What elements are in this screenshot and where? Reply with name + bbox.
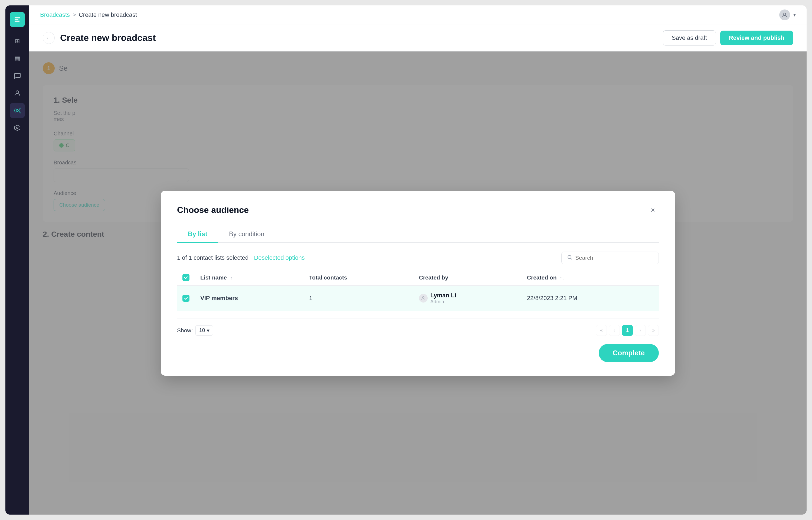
sidebar-item-integrations[interactable]	[10, 120, 25, 135]
svg-point-4	[784, 13, 786, 15]
sort-both-icon[interactable]: ↑↓	[560, 276, 564, 281]
cell-total-contacts: 1	[304, 286, 414, 311]
app-logo	[10, 12, 25, 27]
sort-asc-icon[interactable]: ↑	[230, 276, 232, 281]
header-actions: Save as draft Review and publish	[663, 30, 793, 46]
tab-by-list[interactable]: By list	[177, 226, 218, 243]
topbar-right: ▾	[779, 9, 796, 20]
svg-point-1	[16, 91, 19, 94]
modal-footer: Complete	[177, 344, 659, 362]
selected-info: 1 of 1 contact lists selected Deselected…	[177, 254, 305, 261]
page-title-row: ← Create new broadcast	[43, 32, 156, 44]
next-page-button[interactable]: ›	[635, 325, 646, 336]
user-dropdown-icon[interactable]: ▾	[793, 12, 796, 18]
first-page-button[interactable]: «	[596, 325, 607, 336]
main-area: Broadcasts > Create new broadcast ▾ ← Cr…	[29, 5, 807, 515]
show-dropdown[interactable]: 10 ▾	[195, 325, 213, 336]
pagination-nav: « ‹ 1 › »	[596, 325, 659, 336]
review-publish-button[interactable]: Review and publish	[720, 31, 793, 45]
sidebar-item-dashboard[interactable]: ⊞	[10, 33, 25, 49]
dropdown-chevron-icon: ▾	[207, 327, 209, 334]
user-role: Admin	[430, 299, 456, 305]
page-header: ← Create new broadcast Save as draft Rev…	[29, 24, 807, 51]
sidebar: ⊞ ▦	[5, 5, 29, 515]
complete-button[interactable]: Complete	[599, 344, 659, 362]
select-all-checkbox[interactable]	[183, 274, 190, 281]
breadcrumb-parent[interactable]: Broadcasts	[40, 11, 70, 19]
prev-page-button[interactable]: ‹	[609, 325, 620, 336]
show-select: Show: 10 ▾	[177, 325, 213, 336]
topbar: Broadcasts > Create new broadcast ▾	[29, 5, 807, 24]
page-content: 1 Se 1. Sele Set the pmes Channel C Br	[29, 51, 807, 515]
col-list-name: List name ↑	[195, 270, 304, 286]
pagination-row: Show: 10 ▾ « ‹ 1 › »	[177, 318, 659, 336]
modal-header: Choose audience ×	[177, 204, 659, 216]
search-input[interactable]	[575, 255, 653, 261]
breadcrumb: Broadcasts > Create new broadcast	[40, 11, 137, 19]
tab-by-condition[interactable]: By condition	[218, 226, 275, 243]
show-label: Show:	[177, 327, 193, 334]
breadcrumb-separator: >	[73, 11, 76, 19]
col-checkbox	[177, 270, 195, 286]
svg-point-6	[422, 296, 424, 298]
user-avatar	[419, 294, 428, 303]
last-page-button[interactable]: »	[648, 325, 659, 336]
selected-text: 1 of 1 contact lists selected	[177, 254, 249, 261]
table-row: VIP members 1	[177, 286, 659, 311]
save-draft-button[interactable]: Save as draft	[663, 30, 716, 46]
search-box	[561, 252, 659, 264]
cell-created-by: Lyman Li Admin	[414, 286, 522, 311]
table-toolbar: 1 of 1 contact lists selected Deselected…	[177, 252, 659, 264]
sidebar-item-grid[interactable]: ▦	[10, 51, 25, 66]
sidebar-item-chat[interactable]	[10, 68, 25, 83]
cell-created-on: 22/8/2023 2:21 PM	[522, 286, 659, 311]
page-title: Create new broadcast	[60, 32, 156, 43]
modal-overlay: Choose audience × By list By condition 1…	[29, 51, 807, 515]
contact-lists-table: List name ↑ Total contacts Created by Cr…	[177, 270, 659, 311]
cell-list-name: VIP members	[195, 286, 304, 311]
search-icon	[567, 255, 572, 261]
modal-close-button[interactable]: ×	[647, 204, 659, 216]
choose-audience-modal: Choose audience × By list By condition 1…	[161, 191, 675, 375]
breadcrumb-current: Create new broadcast	[79, 11, 137, 19]
row-checkbox[interactable]	[183, 295, 190, 302]
col-total-contacts: Total contacts	[304, 270, 414, 286]
sidebar-item-contacts[interactable]	[10, 85, 25, 101]
user-name: Lyman Li	[430, 292, 456, 299]
tabs-row: By list By condition	[177, 226, 659, 243]
row-checkbox-cell	[177, 286, 195, 311]
sidebar-item-broadcast[interactable]	[10, 103, 25, 118]
modal-title: Choose audience	[177, 205, 249, 215]
back-button[interactable]: ←	[43, 32, 55, 44]
svg-point-2	[16, 109, 19, 111]
svg-point-3	[17, 127, 18, 129]
deselect-link[interactable]: Deselected options	[254, 254, 305, 261]
col-created-on: Created on ↑↓	[522, 270, 659, 286]
current-page-button[interactable]: 1	[622, 325, 633, 336]
avatar[interactable]	[779, 9, 790, 20]
col-created-by: Created by	[414, 270, 522, 286]
